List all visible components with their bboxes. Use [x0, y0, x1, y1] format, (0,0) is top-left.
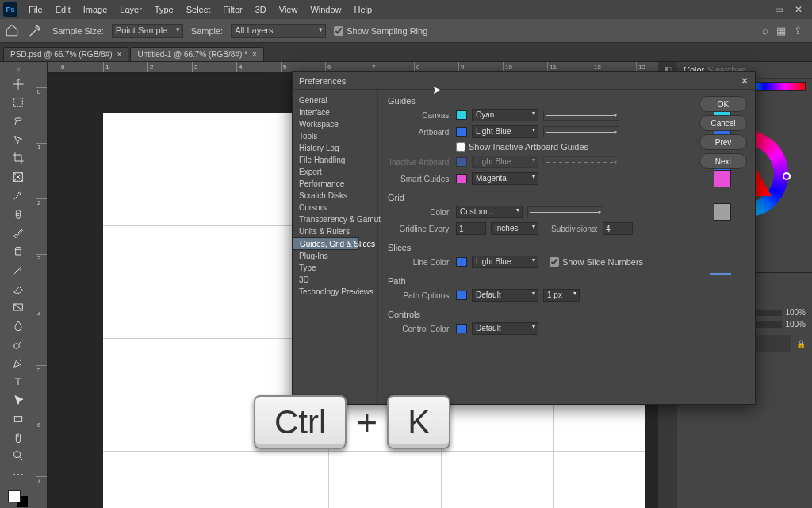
cat-guides-grid-slices[interactable]: Guides, Grid & Slices	[293, 237, 359, 250]
home-icon[interactable]	[5, 23, 19, 39]
grid-color-select[interactable]: Custom...	[456, 206, 523, 218]
menu-help[interactable]: Help	[348, 5, 379, 14]
color-swatches[interactable]	[8, 490, 29, 508]
cat-history-log[interactable]: History Log	[293, 142, 377, 154]
control-color-select[interactable]: Default	[472, 322, 538, 335]
path-select-tool[interactable]	[7, 391, 29, 408]
cat-cursors[interactable]: Cursors	[293, 202, 377, 214]
marquee-tool[interactable]	[7, 94, 29, 110]
history-brush-tool[interactable]	[7, 261, 29, 278]
cat-performance[interactable]: Performance	[293, 178, 377, 190]
cat-tech-previews[interactable]: Technology Previews	[293, 286, 377, 298]
tab-psd[interactable]: PSD.psd @ 66.7% (RGB/8#)×	[3, 47, 128, 61]
prev-button[interactable]: Prev	[699, 134, 747, 150]
share-icon[interactable]: ⇪	[794, 25, 802, 37]
cat-type[interactable]: Type	[293, 262, 377, 274]
preferences-dialog: Preferences ✕ General Interface Workspac…	[292, 71, 756, 405]
cat-interface[interactable]: Interface	[293, 106, 377, 118]
lasso-tool[interactable]	[7, 113, 29, 129]
close-icon[interactable]: ✕	[741, 75, 749, 87]
subdivisions-input[interactable]	[603, 222, 633, 235]
cat-export[interactable]: Export	[293, 166, 377, 178]
opacity-value[interactable]: 100%	[785, 308, 806, 317]
svg-point-4	[14, 344, 20, 349]
collapse-icon[interactable]: «	[16, 65, 21, 74]
section-controls: Controls	[388, 310, 745, 319]
clone-tool[interactable]	[7, 243, 29, 260]
blur-tool[interactable]	[7, 318, 29, 334]
search-icon[interactable]: ⌕	[762, 25, 768, 37]
window-minimize-icon[interactable]: —	[754, 4, 764, 15]
cancel-button[interactable]: Cancel	[699, 115, 747, 131]
fill-value[interactable]: 100%	[785, 320, 806, 329]
tab-untitled[interactable]: Untitled-1 @ 66.7% (RGB/8#) *×	[130, 47, 263, 61]
slice-swatch	[456, 257, 467, 267]
artboard-color-select[interactable]: Light Blue	[472, 125, 538, 138]
menu-filter[interactable]: Filter	[216, 5, 248, 14]
show-sampling-ring-check[interactable]: Show Sampling Ring	[334, 26, 427, 36]
smart-guides-select[interactable]: Magenta	[472, 172, 538, 185]
brush-tool[interactable]	[7, 225, 29, 241]
close-icon[interactable]: ×	[117, 50, 122, 59]
hand-tool[interactable]	[7, 429, 29, 445]
dodge-tool[interactable]	[7, 336, 29, 352]
move-tool[interactable]	[7, 75, 29, 92]
zoom-tool[interactable]	[7, 448, 29, 464]
artboard-style-select[interactable]	[543, 126, 619, 137]
menu-edit[interactable]: Edit	[49, 5, 77, 14]
cat-file-handling[interactable]: File Handling	[293, 154, 377, 166]
sample-size-select[interactable]: Point Sample	[112, 24, 183, 38]
menu-view[interactable]: View	[273, 5, 304, 14]
crop-tool[interactable]	[7, 150, 29, 167]
gridline-unit-select[interactable]: Inches	[491, 222, 538, 235]
menu-image[interactable]: Image	[77, 5, 114, 14]
menu-3d[interactable]: 3D	[249, 5, 273, 14]
eyedropper-tool-icon[interactable]	[27, 21, 44, 40]
menu-layer[interactable]: Layer	[113, 5, 148, 14]
type-tool[interactable]	[7, 373, 29, 390]
dialog-title-bar[interactable]: Preferences ✕	[293, 72, 755, 90]
grid-style-select[interactable]	[527, 206, 603, 217]
path-options-select[interactable]: Default	[472, 289, 538, 302]
menu-select[interactable]: Select	[180, 5, 217, 14]
path-width-select[interactable]: 1 px	[543, 289, 580, 302]
quick-select-tool[interactable]	[7, 131, 29, 148]
plus-icon: +	[356, 401, 377, 444]
cat-workspace[interactable]: Workspace	[293, 118, 377, 130]
cat-transparency[interactable]: Transparency & Gamut	[293, 214, 377, 225]
healing-tool[interactable]	[7, 206, 29, 222]
canvas-color-select[interactable]: Cyan	[472, 109, 538, 121]
menu-file[interactable]: File	[22, 5, 49, 14]
cat-plugins[interactable]: Plug-Ins	[293, 250, 377, 262]
inactive-color-select: Light Blue	[472, 156, 538, 168]
workspace-icon[interactable]: ▦	[776, 25, 786, 37]
canvas-style-select[interactable]	[543, 110, 619, 121]
eyedropper-tool[interactable]	[7, 187, 29, 204]
inactive-style-select	[543, 156, 619, 167]
frame-tool[interactable]	[7, 168, 29, 185]
window-close-icon[interactable]: ✕	[795, 4, 802, 15]
cat-scratch-disks[interactable]: Scratch Disks	[293, 190, 377, 202]
cat-3d[interactable]: 3D	[293, 274, 377, 286]
show-slice-numbers-check[interactable]: Show Slice Numbers	[550, 257, 643, 267]
show-inactive-artboard-check[interactable]: Show Inactive Artboard Guides	[456, 142, 588, 152]
slice-color-select[interactable]: Light Blue	[472, 256, 538, 268]
gridline-every-input[interactable]	[456, 222, 486, 235]
eraser-tool[interactable]	[7, 280, 29, 297]
menu-window[interactable]: Window	[304, 5, 347, 14]
rectangle-tool[interactable]	[7, 410, 29, 427]
pen-tool[interactable]	[7, 355, 29, 371]
cat-units-rulers[interactable]: Units & Rulers	[293, 225, 377, 237]
ok-button[interactable]: OK	[699, 96, 747, 112]
lock-icon[interactable]: 🔒	[796, 340, 806, 348]
edit-toolbar[interactable]: ⋯	[7, 466, 29, 483]
gradient-tool[interactable]	[7, 298, 29, 315]
cat-tools[interactable]: Tools	[293, 130, 377, 142]
cat-general[interactable]: General	[293, 94, 377, 106]
window-maximize-icon[interactable]: ▭	[775, 4, 783, 15]
path-options-label: Path Options:	[388, 291, 451, 300]
close-icon[interactable]: ×	[252, 50, 257, 59]
menu-type[interactable]: Type	[148, 5, 180, 14]
sample-select[interactable]: All Layers	[231, 24, 326, 38]
next-button[interactable]: Next	[699, 153, 747, 169]
